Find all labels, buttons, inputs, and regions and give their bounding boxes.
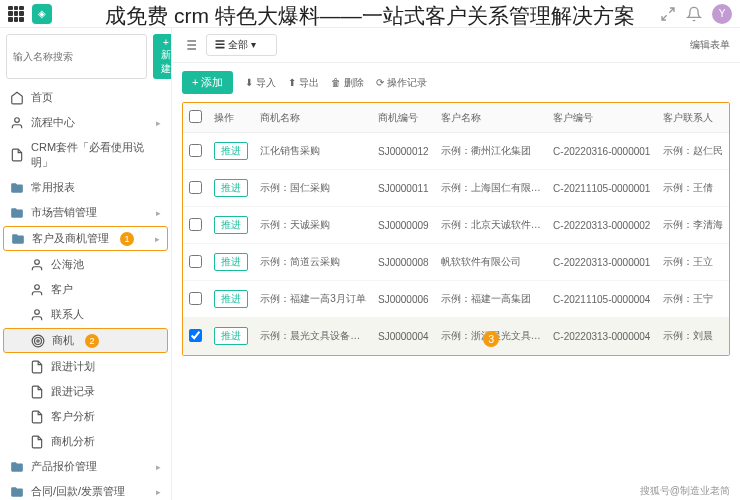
folder-icon	[11, 232, 25, 246]
sidebar-item-5[interactable]: 客户及商机管理1▸	[3, 226, 168, 251]
col-header[interactable]: 商机编号	[372, 103, 435, 133]
export-link[interactable]: ⬆ 导出	[288, 76, 319, 90]
folder-icon	[10, 206, 24, 220]
cell-code: SJ0000011	[372, 170, 435, 207]
nav-label: 商机	[52, 333, 74, 348]
user-icon	[30, 283, 44, 297]
table-row[interactable]: 推进示例：简道云采购SJ0000008帆软软件有限公司C-20220313-00…	[183, 244, 729, 281]
col-header[interactable]: 商机名称	[254, 103, 372, 133]
folder-icon	[10, 181, 24, 195]
edit-form-link[interactable]: 编辑表单	[690, 38, 730, 52]
cell-contact: 示例：赵仁民	[657, 133, 729, 170]
cell-name: 示例：福建一高3月订单	[254, 281, 372, 318]
cell-contact: 示例：王立	[657, 244, 729, 281]
doc-icon	[30, 435, 44, 449]
push-button[interactable]: 推进	[214, 290, 248, 308]
push-button[interactable]: 推进	[214, 216, 248, 234]
new-button[interactable]: + 新建	[153, 34, 172, 79]
table-row[interactable]: 推进示例：晨光文具设备…SJ0000004示例：浙江晨光文具…C-2022031…	[183, 318, 729, 355]
doc-icon	[10, 148, 24, 162]
select-all-checkbox[interactable]	[189, 110, 202, 123]
table-row[interactable]: 推进示例：国仁采购SJ0000011示例：上海国仁有限…C-20211105-0…	[183, 170, 729, 207]
cell-ccode: C-20211105-0000004	[547, 281, 657, 318]
chevron-icon: ▸	[156, 208, 161, 218]
page-banner: 成免费 crm 特色大爆料——一站式客户关系管理解决方案	[0, 0, 740, 32]
doc-icon	[30, 360, 44, 374]
sidebar: + 新建 首页流程中心▸CRM套件「必看使用说明」常用报表市场营销管理▸客户及商…	[0, 28, 172, 500]
col-header[interactable]: 客户联系人	[657, 103, 729, 133]
sidebar-item-13[interactable]: 商机分析	[0, 429, 171, 454]
view-select[interactable]: ☰ 全部 ▾	[206, 34, 277, 56]
cell-code: SJ0000009	[372, 207, 435, 244]
import-link[interactable]: ⬇ 导入	[245, 76, 276, 90]
cell-contact: 示例：王宁	[657, 281, 729, 318]
sidebar-item-9[interactable]: 商机2	[3, 328, 168, 353]
sidebar-item-15[interactable]: 合同/回款/发票管理▸	[0, 479, 171, 500]
nav-label: 合同/回款/发票管理	[31, 484, 125, 499]
col-header[interactable]: 客户名称	[435, 103, 547, 133]
nav-label: 跟进计划	[51, 359, 95, 374]
sidebar-item-0[interactable]: 首页	[0, 85, 171, 110]
cell-ccode: C-20220313-0000001	[547, 244, 657, 281]
cell-cust: 示例：北京天诚软件…	[435, 207, 547, 244]
nav-label: 联系人	[51, 307, 84, 322]
user-icon	[30, 258, 44, 272]
svg-point-6	[37, 339, 39, 341]
user-icon	[30, 308, 44, 322]
sidebar-item-4[interactable]: 市场营销管理▸	[0, 200, 171, 225]
cell-name: 示例：天诚采购	[254, 207, 372, 244]
main-content: ☰ 全部 ▾ 编辑表单 + 添加 ⬇ 导入 ⬆ 导出 🗑 删除 ⟳ 操作记录 操…	[172, 28, 740, 500]
nav-label: 商机分析	[51, 434, 95, 449]
nav-label: 市场营销管理	[31, 205, 97, 220]
push-button[interactable]: 推进	[214, 142, 248, 160]
home-icon	[10, 91, 24, 105]
cell-code: SJ0000008	[372, 244, 435, 281]
cell-ccode: C-20220316-0000001	[547, 133, 657, 170]
sidebar-item-12[interactable]: 客户分析	[0, 404, 171, 429]
chevron-icon: ▸	[156, 118, 161, 128]
cell-contact: 示例：李清海	[657, 207, 729, 244]
sidebar-item-7[interactable]: 客户	[0, 277, 171, 302]
chevron-icon: ▸	[156, 487, 161, 497]
cell-cust: 示例：福建一高集团	[435, 281, 547, 318]
svg-point-3	[35, 309, 40, 314]
add-button[interactable]: + 添加	[182, 71, 233, 94]
sidebar-item-2[interactable]: CRM套件「必看使用说明」	[0, 135, 171, 175]
log-link[interactable]: ⟳ 操作记录	[376, 76, 427, 90]
delete-link[interactable]: 🗑 删除	[331, 76, 364, 90]
doc-icon	[30, 410, 44, 424]
row-checkbox[interactable]	[189, 329, 202, 342]
push-button[interactable]: 推进	[214, 179, 248, 197]
cell-name: 示例：国仁采购	[254, 170, 372, 207]
nav-label: 跟进记录	[51, 384, 95, 399]
sidebar-item-3[interactable]: 常用报表	[0, 175, 171, 200]
row-checkbox[interactable]	[189, 144, 202, 157]
cell-name: 示例：简道云采购	[254, 244, 372, 281]
table-row[interactable]: 推进江化销售采购SJ0000012示例：衢州江化集团C-20220316-000…	[183, 133, 729, 170]
table-row[interactable]: 推进示例：天诚采购SJ0000009示例：北京天诚软件…C-20220313-0…	[183, 207, 729, 244]
col-header[interactable]: 操作	[208, 103, 254, 133]
sidebar-item-6[interactable]: 公海池	[0, 252, 171, 277]
row-checkbox[interactable]	[189, 255, 202, 268]
push-button[interactable]: 推进	[214, 253, 248, 271]
sidebar-item-8[interactable]: 联系人	[0, 302, 171, 327]
sidebar-item-11[interactable]: 跟进记录	[0, 379, 171, 404]
nav-label: 首页	[31, 90, 53, 105]
col-header[interactable]: 客户编号	[547, 103, 657, 133]
list-icon[interactable]	[182, 37, 198, 53]
user-icon	[10, 116, 24, 130]
sidebar-item-1[interactable]: 流程中心▸	[0, 110, 171, 135]
row-checkbox[interactable]	[189, 292, 202, 305]
sidebar-item-14[interactable]: 产品报价管理▸	[0, 454, 171, 479]
table-row[interactable]: 推进示例：福建一高3月订单SJ0000006示例：福建一高集团C-2021110…	[183, 281, 729, 318]
target-icon	[31, 334, 45, 348]
search-input[interactable]	[6, 34, 147, 79]
sidebar-item-10[interactable]: 跟进计划	[0, 354, 171, 379]
nav-label: CRM套件「必看使用说明」	[31, 140, 161, 170]
push-button[interactable]: 推进	[214, 327, 248, 345]
nav-label: 流程中心	[31, 115, 75, 130]
cell-cust: 示例：上海国仁有限…	[435, 170, 547, 207]
folder-icon	[10, 460, 24, 474]
row-checkbox[interactable]	[189, 218, 202, 231]
row-checkbox[interactable]	[189, 181, 202, 194]
